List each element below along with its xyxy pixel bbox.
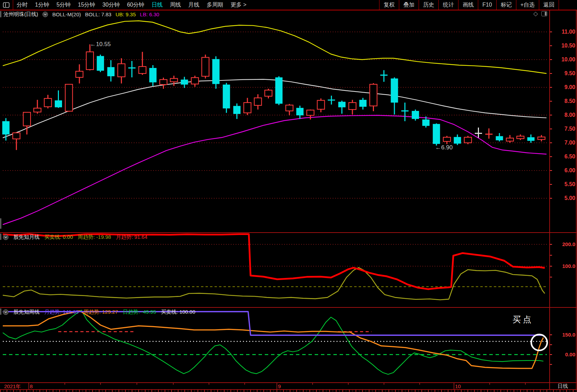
panel-header-item: 买卖线: 100.00: [161, 309, 195, 315]
axis-label: 10.50: [551, 43, 575, 49]
axis-label: 7.00: [551, 140, 575, 146]
period-tab-多周期[interactable]: 多周期: [207, 1, 223, 9]
period-tab-分时[interactable]: 分时: [17, 1, 28, 9]
month-label: 8: [30, 383, 33, 389]
axis-label: 150.0: [551, 332, 575, 338]
panel-header-item: 买卖线: 0.00: [44, 234, 73, 241]
axis-label: 200.0: [551, 241, 575, 247]
panel-header-item: 日趋势: -49.95: [123, 309, 156, 315]
high-price-annotation: ←10.55: [90, 41, 111, 48]
left-edge-handle[interactable]: [0, 11, 1, 17]
axis-label: 8.00: [551, 112, 575, 118]
period-menu: 分时1分钟5分钟15分钟30分钟60分钟日线周线月线多周期更多 >: [17, 1, 246, 9]
header-icons: ◇: [533, 11, 547, 17]
stock-title: 沧州明珠(日线): [3, 11, 38, 18]
panel-separator-1: [0, 232, 577, 233]
period-indicator: 日线: [549, 383, 576, 390]
date-axis: 2021年 8910: [0, 383, 549, 390]
panel-header-item: 股先知周线: [14, 309, 40, 315]
toolbar-button-历史[interactable]: 历史: [419, 0, 438, 10]
axis-label: 11.00: [551, 29, 575, 35]
month-label: 10: [455, 383, 461, 389]
toolbar-button-复权[interactable]: 复权: [379, 0, 399, 10]
panel-header-item: 月趋势: 91.64: [116, 234, 147, 241]
mini-navigator-strip[interactable]: [0, 390, 577, 392]
period-tab-30分钟[interactable]: 30分钟: [103, 1, 120, 9]
period-tab-月线[interactable]: 月线: [188, 1, 199, 9]
panel-header-item: 股先知月线: [14, 234, 40, 241]
toolbar-button-画线[interactable]: 画线: [458, 0, 478, 10]
panel-separator-2: [0, 307, 577, 308]
year-label: 2021年: [4, 383, 21, 390]
panel-header-item: 周趋势: 129.27: [84, 309, 118, 315]
panel-header-item: 月趋势: 141.65: [44, 309, 79, 315]
period-tab-15分钟[interactable]: 15分钟: [78, 1, 95, 9]
split-window-icon[interactable]: [3, 2, 10, 8]
period-tab-更多 >[interactable]: 更多 >: [230, 1, 246, 9]
toolbar-button-返回[interactable]: 返回: [539, 0, 559, 10]
indicator-name: BOLL-M(20): [52, 11, 81, 17]
axis-label: 100.0: [551, 263, 575, 269]
left-edge-handle[interactable]: [0, 308, 1, 315]
axis-label: 9.50: [551, 70, 575, 77]
period-tab-60分钟[interactable]: 60分钟: [127, 1, 144, 9]
period-tab-1分钟[interactable]: 1分钟: [35, 1, 49, 9]
split-layout-icon[interactable]: [541, 11, 547, 16]
toolbar-divider: [13, 0, 13, 10]
period-tab-周线[interactable]: 周线: [170, 1, 181, 9]
axis-label: 10.00: [551, 56, 575, 63]
diamond-icon[interactable]: ◇: [533, 11, 538, 17]
chevron-down-icon[interactable]: [42, 11, 48, 17]
axis-label: 9.00: [551, 84, 575, 90]
toolbar-button-统计[interactable]: 统计: [438, 0, 458, 10]
right-border-line: [576, 10, 577, 390]
axis-label: 5.50: [551, 181, 575, 188]
toolbar-button-标记[interactable]: 标记: [496, 0, 516, 10]
indicator-value: BOLL: 7.83: [85, 11, 112, 17]
indicator-value: LB: 6.30: [140, 11, 159, 17]
chart-canvas[interactable]: [0, 0, 577, 392]
toolbar-button-叠加[interactable]: 叠加: [399, 0, 419, 10]
trading-app-window: { "topbar": { "window_icon": "split-wind…: [0, 0, 577, 392]
axis-label: 6.00: [551, 167, 575, 174]
panel3-header: 股先知周线月趋势: 141.65周趋势: 129.27日趋势: -49.95买卖…: [3, 308, 195, 316]
panel-header-item: 周趋势: -19.98: [78, 234, 111, 241]
chevron-down-icon[interactable]: [3, 309, 9, 315]
buy-point-label: 买点: [513, 314, 533, 325]
price-axis-line: [549, 10, 550, 390]
axis-label: 0.00: [551, 351, 575, 357]
toolbar-buttons: 复权叠加历史统计画线F10标记+自选返回: [379, 0, 559, 10]
top-toolbar: 分时1分钟5分钟15分钟30分钟60分钟日线周线月线多周期更多 > 复权叠加历史…: [0, 0, 577, 10]
period-tab-日线[interactable]: 日线: [151, 1, 163, 9]
left-edge-handle[interactable]: [0, 218, 1, 229]
left-edge-handle[interactable]: [0, 234, 1, 240]
toolbar-button-F10[interactable]: F10: [478, 0, 496, 10]
panel2-header: 股先知月线买卖线: 0.00周趋势: -19.98月趋势: 91.64: [3, 233, 147, 241]
indicator-value: UB: 9.35: [115, 11, 135, 17]
low-price-annotation: ←6.90: [435, 144, 453, 151]
indicator-values: BOLL: 7.83UB: 9.35LB: 6.30: [85, 11, 159, 17]
toolbar-button-+自选[interactable]: +自选: [516, 0, 539, 10]
chart-header: 沧州明珠(日线) BOLL-M(20) BOLL: 7.83UB: 9.35LB…: [3, 10, 159, 18]
axis-label: 7.50: [551, 126, 575, 132]
axis-label: 6.50: [551, 154, 575, 160]
month-label: 9: [278, 383, 281, 389]
axis-label: 8.50: [551, 98, 575, 104]
period-tab-5分钟[interactable]: 5分钟: [56, 1, 71, 9]
axis-label: 5.00: [551, 195, 575, 201]
chevron-down-icon[interactable]: [3, 234, 9, 240]
